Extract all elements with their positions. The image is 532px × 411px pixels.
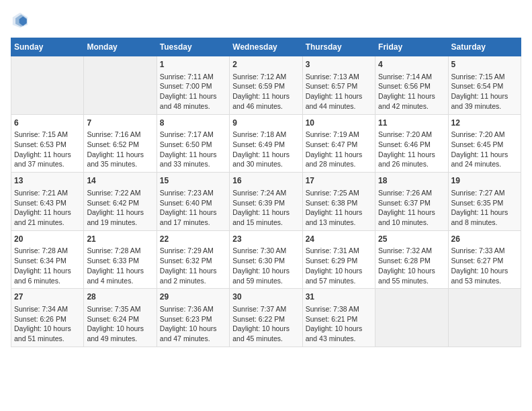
calendar-cell: 8Sunrise: 7:17 AMSunset: 6:50 PMDaylight… (157, 114, 229, 173)
calendar-week-row: 27Sunrise: 7:34 AMSunset: 6:26 PMDayligh… (11, 289, 521, 347)
day-number: 2 (232, 59, 299, 71)
cell-info: Sunrise: 7:28 AMSunset: 6:33 PMDaylight:… (87, 246, 153, 285)
day-number: 18 (378, 175, 445, 187)
day-number: 7 (87, 118, 153, 129)
calendar-cell: 7Sunrise: 7:16 AMSunset: 6:52 PMDaylight… (84, 114, 157, 173)
header-saturday: Saturday (448, 38, 521, 56)
cell-info: Sunrise: 7:15 AMSunset: 6:54 PMDaylight:… (451, 72, 518, 111)
cell-info: Sunrise: 7:27 AMSunset: 6:35 PMDaylight:… (451, 188, 518, 228)
calendar-cell: 26Sunrise: 7:33 AMSunset: 6:27 PMDayligh… (448, 230, 521, 289)
calendar-cell: 17Sunrise: 7:25 AMSunset: 6:38 PMDayligh… (302, 173, 375, 231)
cell-info: Sunrise: 7:30 AMSunset: 6:30 PMDaylight:… (232, 246, 299, 285)
calendar-week-row: 6Sunrise: 7:15 AMSunset: 6:53 PMDaylight… (11, 114, 521, 173)
calendar-cell: 14Sunrise: 7:22 AMSunset: 6:42 PMDayligh… (84, 173, 157, 231)
calendar-cell: 29Sunrise: 7:36 AMSunset: 6:23 PMDayligh… (157, 289, 229, 347)
cell-info: Sunrise: 7:32 AMSunset: 6:28 PMDaylight:… (378, 246, 445, 285)
header-sunday: Sunday (11, 38, 84, 56)
cell-info: Sunrise: 7:37 AMSunset: 6:22 PMDaylight:… (232, 304, 299, 344)
calendar-week-row: 13Sunrise: 7:21 AMSunset: 6:43 PMDayligh… (11, 173, 521, 231)
page-header (11, 11, 521, 30)
day-number: 13 (14, 175, 81, 187)
header-thursday: Thursday (302, 38, 375, 56)
cell-info: Sunrise: 7:20 AMSunset: 6:45 PMDaylight:… (451, 130, 518, 169)
header-wednesday: Wednesday (230, 38, 302, 56)
day-number: 29 (160, 291, 226, 303)
calendar-cell: 21Sunrise: 7:28 AMSunset: 6:33 PMDayligh… (84, 230, 157, 289)
calendar-cell: 24Sunrise: 7:31 AMSunset: 6:29 PMDayligh… (302, 230, 375, 289)
calendar-cell: 9Sunrise: 7:18 AMSunset: 6:49 PMDaylight… (230, 114, 302, 173)
cell-info: Sunrise: 7:35 AMSunset: 6:24 PMDaylight:… (87, 304, 153, 344)
day-number: 30 (232, 291, 299, 303)
cell-info: Sunrise: 7:23 AMSunset: 6:40 PMDaylight:… (160, 188, 226, 228)
header-monday: Monday (84, 38, 157, 56)
calendar-cell: 15Sunrise: 7:23 AMSunset: 6:40 PMDayligh… (157, 173, 229, 231)
calendar-cell: 11Sunrise: 7:20 AMSunset: 6:46 PMDayligh… (375, 114, 448, 173)
cell-info: Sunrise: 7:14 AMSunset: 6:56 PMDaylight:… (378, 72, 445, 111)
cell-info: Sunrise: 7:13 AMSunset: 6:57 PMDaylight:… (306, 72, 372, 111)
calendar-cell: 18Sunrise: 7:26 AMSunset: 6:37 PMDayligh… (375, 173, 448, 231)
cell-info: Sunrise: 7:38 AMSunset: 6:21 PMDaylight:… (306, 304, 372, 344)
day-number: 26 (451, 234, 518, 245)
day-number: 14 (87, 175, 153, 187)
cell-info: Sunrise: 7:31 AMSunset: 6:29 PMDaylight:… (306, 246, 372, 285)
calendar-cell: 25Sunrise: 7:32 AMSunset: 6:28 PMDayligh… (375, 230, 448, 289)
calendar-cell: 5Sunrise: 7:15 AMSunset: 6:54 PMDaylight… (448, 56, 521, 115)
calendar-cell: 20Sunrise: 7:28 AMSunset: 6:34 PMDayligh… (11, 230, 84, 289)
day-number: 4 (378, 59, 445, 71)
calendar-cell: 19Sunrise: 7:27 AMSunset: 6:35 PMDayligh… (448, 173, 521, 231)
day-number: 3 (306, 59, 372, 71)
calendar-cell: 1Sunrise: 7:11 AMSunset: 7:00 PMDaylight… (157, 56, 229, 115)
logo-icon (11, 11, 30, 30)
cell-info: Sunrise: 7:26 AMSunset: 6:37 PMDaylight:… (378, 188, 445, 228)
calendar-cell (375, 289, 448, 347)
cell-info: Sunrise: 7:18 AMSunset: 6:49 PMDaylight:… (232, 130, 299, 169)
calendar-cell: 10Sunrise: 7:19 AMSunset: 6:47 PMDayligh… (302, 114, 375, 173)
cell-info: Sunrise: 7:15 AMSunset: 6:53 PMDaylight:… (14, 130, 81, 169)
calendar-cell (448, 289, 521, 347)
cell-info: Sunrise: 7:29 AMSunset: 6:32 PMDaylight:… (160, 246, 226, 285)
calendar-cell: 16Sunrise: 7:24 AMSunset: 6:39 PMDayligh… (230, 173, 302, 231)
day-number: 10 (306, 118, 372, 129)
cell-info: Sunrise: 7:12 AMSunset: 6:59 PMDaylight:… (232, 72, 299, 111)
day-number: 11 (378, 118, 445, 129)
day-number: 25 (378, 234, 445, 245)
calendar-cell: 23Sunrise: 7:30 AMSunset: 6:30 PMDayligh… (230, 230, 302, 289)
day-number: 21 (87, 234, 153, 245)
cell-info: Sunrise: 7:34 AMSunset: 6:26 PMDaylight:… (14, 304, 81, 344)
cell-info: Sunrise: 7:33 AMSunset: 6:27 PMDaylight:… (451, 246, 518, 285)
logo (11, 11, 32, 30)
calendar-header-row: SundayMondayTuesdayWednesdayThursdayFrid… (11, 38, 521, 56)
calendar-table: SundayMondayTuesdayWednesdayThursdayFrid… (11, 38, 521, 347)
day-number: 12 (451, 118, 518, 129)
day-number: 27 (14, 291, 81, 303)
calendar-cell: 2Sunrise: 7:12 AMSunset: 6:59 PMDaylight… (230, 56, 302, 115)
day-number: 15 (160, 175, 226, 187)
day-number: 17 (306, 175, 372, 187)
calendar-cell (84, 56, 157, 115)
cell-info: Sunrise: 7:36 AMSunset: 6:23 PMDaylight:… (160, 304, 226, 344)
day-number: 28 (87, 291, 153, 303)
day-number: 23 (232, 234, 299, 245)
cell-info: Sunrise: 7:16 AMSunset: 6:52 PMDaylight:… (87, 130, 153, 169)
day-number: 6 (14, 118, 81, 129)
calendar-week-row: 20Sunrise: 7:28 AMSunset: 6:34 PMDayligh… (11, 230, 521, 289)
day-number: 16 (232, 175, 299, 187)
day-number: 1 (160, 59, 226, 71)
calendar-cell: 28Sunrise: 7:35 AMSunset: 6:24 PMDayligh… (84, 289, 157, 347)
day-number: 9 (232, 118, 299, 129)
calendar-cell: 31Sunrise: 7:38 AMSunset: 6:21 PMDayligh… (302, 289, 375, 347)
cell-info: Sunrise: 7:24 AMSunset: 6:39 PMDaylight:… (232, 188, 299, 228)
calendar-cell: 22Sunrise: 7:29 AMSunset: 6:32 PMDayligh… (157, 230, 229, 289)
calendar-week-row: 1Sunrise: 7:11 AMSunset: 7:00 PMDaylight… (11, 56, 521, 115)
day-number: 31 (306, 291, 372, 303)
cell-info: Sunrise: 7:11 AMSunset: 7:00 PMDaylight:… (160, 72, 226, 111)
calendar-cell: 6Sunrise: 7:15 AMSunset: 6:53 PMDaylight… (11, 114, 84, 173)
cell-info: Sunrise: 7:22 AMSunset: 6:42 PMDaylight:… (87, 188, 153, 228)
calendar-cell: 4Sunrise: 7:14 AMSunset: 6:56 PMDaylight… (375, 56, 448, 115)
day-number: 5 (451, 59, 518, 71)
cell-info: Sunrise: 7:21 AMSunset: 6:43 PMDaylight:… (14, 188, 81, 228)
calendar-cell: 12Sunrise: 7:20 AMSunset: 6:45 PMDayligh… (448, 114, 521, 173)
calendar-cell: 30Sunrise: 7:37 AMSunset: 6:22 PMDayligh… (230, 289, 302, 347)
day-number: 22 (160, 234, 226, 245)
cell-info: Sunrise: 7:25 AMSunset: 6:38 PMDaylight:… (306, 188, 372, 228)
